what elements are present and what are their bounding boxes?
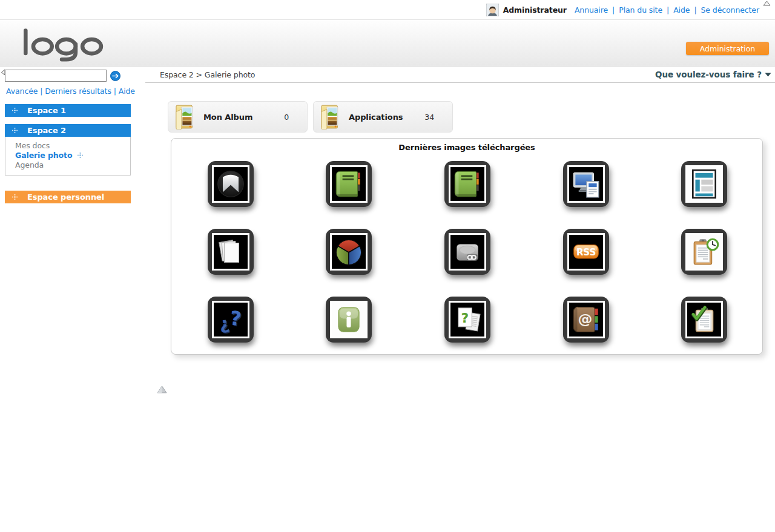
link-avancee[interactable]: Avancée xyxy=(6,87,38,96)
separator: | xyxy=(694,5,696,15)
separator: | xyxy=(40,87,42,96)
separator: | xyxy=(667,5,669,15)
site-logo: logo xyxy=(20,27,105,62)
sidebar-section-espace-personnel[interactable]: Espace personnel xyxy=(5,191,131,203)
header: logo Administration xyxy=(0,20,775,67)
sidebar-item-mes-docs[interactable]: Mes docs xyxy=(15,141,130,151)
link-se-deconnecter[interactable]: Se déconnecter xyxy=(701,5,759,15)
breadcrumb: Espace 2 > Galerie photo xyxy=(160,70,255,79)
collapse-topbar-icon[interactable] xyxy=(763,1,771,6)
double-question-app-icon[interactable] xyxy=(208,297,254,343)
link-aide[interactable]: Aide xyxy=(673,5,690,15)
sparkle-icon xyxy=(12,108,18,113)
sparkle-icon xyxy=(78,153,83,158)
rss-app-icon[interactable] xyxy=(563,229,609,275)
folder-count: 0 xyxy=(284,113,289,122)
separator: | xyxy=(114,87,116,96)
section-label: Espace 1 xyxy=(27,106,66,115)
link-plan-du-site[interactable]: Plan du site xyxy=(619,5,662,15)
gallery-grid xyxy=(171,161,763,364)
sidebar-item-galerie-photo[interactable]: Galerie photo xyxy=(15,151,130,160)
link-annuaire[interactable]: Annuaire xyxy=(575,5,608,15)
folder-card-mon-album[interactable]: Mon Album 0 xyxy=(168,101,308,133)
notebook-app-icon[interactable] xyxy=(444,161,490,207)
section-label: Espace 2 xyxy=(27,126,66,135)
link-derniers-resultats[interactable]: Derniers résultats xyxy=(45,87,111,96)
photo-folder-icon xyxy=(321,104,341,130)
sidebar-section-espace-1[interactable]: Espace 1 xyxy=(5,104,131,117)
notebook-app-icon[interactable] xyxy=(326,161,372,207)
search-links: Avancée | Derniers résultats | Aide xyxy=(6,87,135,96)
sidebar-item-agenda[interactable]: Agenda xyxy=(15,160,130,170)
folder-label: Applications xyxy=(349,113,403,122)
search-input[interactable] xyxy=(5,70,107,82)
main-content: Espace 2 > Galerie photo Que voulez-vous… xyxy=(145,67,775,532)
actions-menu[interactable]: Que voulez-vous faire ? xyxy=(655,70,771,79)
administration-button[interactable]: Administration xyxy=(686,42,769,55)
sparkle-icon xyxy=(12,128,18,133)
clipboard-check-app-icon[interactable] xyxy=(681,297,727,343)
topbar: Administrateur Annuaire | Plan du site |… xyxy=(0,0,775,20)
back-to-top-icon[interactable] xyxy=(157,386,167,393)
user-avatar xyxy=(486,4,499,16)
drive-link-app-icon[interactable] xyxy=(444,229,490,275)
address-book-app-icon[interactable] xyxy=(563,297,609,343)
page-layout-app-icon[interactable] xyxy=(681,161,727,207)
color-cube-app-icon[interactable] xyxy=(326,229,372,275)
document-stack-app-icon[interactable] xyxy=(208,229,254,275)
separator: | xyxy=(612,5,615,15)
section-label: Espace personnel xyxy=(27,192,104,202)
sidebar: Avancée | Derniers résultats | Aide Espa… xyxy=(0,67,145,532)
document-question-app-icon[interactable] xyxy=(444,297,490,343)
search-submit-icon[interactable] xyxy=(110,71,120,81)
bookmark-app-icon[interactable] xyxy=(208,161,254,207)
panel-title: Dernières images téléchargées xyxy=(171,143,762,152)
folder-label: Mon Album xyxy=(203,113,252,122)
workstation-document-app-icon[interactable] xyxy=(563,161,609,207)
folder-count: 34 xyxy=(424,113,434,122)
sidebar-espace2-items: Mes docs Galerie photo Agenda xyxy=(5,137,131,176)
sidebar-section-espace-2[interactable]: Espace 2 xyxy=(5,124,131,137)
info-app-icon[interactable] xyxy=(326,297,372,343)
folder-card-applications[interactable]: Applications 34 xyxy=(313,101,453,133)
sparkle-icon xyxy=(12,194,18,200)
user-name: Administrateur xyxy=(503,5,567,15)
photo-folder-icon xyxy=(176,104,196,130)
breadcrumb-row: Espace 2 > Galerie photo Que voulez-vous… xyxy=(145,67,775,83)
latest-images-panel: Dernières images téléchargées xyxy=(171,138,763,355)
chevron-down-icon xyxy=(765,73,771,77)
link-aide-recherche[interactable]: Aide xyxy=(119,87,135,96)
clipboard-clock-app-icon[interactable] xyxy=(681,229,727,275)
